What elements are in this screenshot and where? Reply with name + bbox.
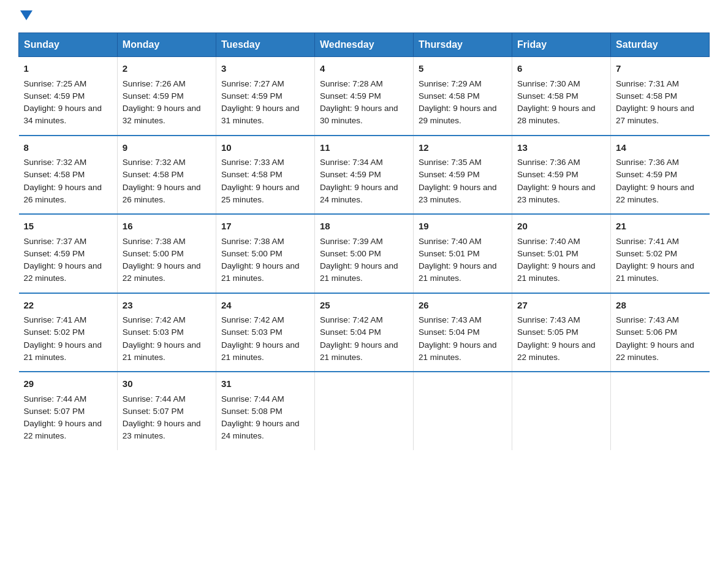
day-number: 28 bbox=[616, 299, 704, 313]
calendar-cell: 13Sunrise: 7:36 AMSunset: 4:59 PMDayligh… bbox=[512, 136, 611, 215]
sunrise-text: Sunrise: 7:38 AM bbox=[221, 237, 284, 246]
sunrise-text: Sunrise: 7:44 AM bbox=[123, 394, 186, 404]
sunset-text: Sunset: 4:59 PM bbox=[24, 249, 85, 258]
calendar-cell: 28Sunrise: 7:43 AMSunset: 5:06 PMDayligh… bbox=[611, 293, 710, 372]
calendar-cell: 20Sunrise: 7:40 AMSunset: 5:01 PMDayligh… bbox=[512, 214, 611, 293]
calendar-cell: 29Sunrise: 7:44 AMSunset: 5:07 PMDayligh… bbox=[19, 372, 118, 450]
calendar-cell: 15Sunrise: 7:37 AMSunset: 4:59 PMDayligh… bbox=[19, 214, 118, 293]
calendar-week-row: 8Sunrise: 7:32 AMSunset: 4:58 PMDaylight… bbox=[19, 136, 710, 215]
calendar-week-row: 15Sunrise: 7:37 AMSunset: 4:59 PMDayligh… bbox=[19, 214, 710, 293]
sunrise-text: Sunrise: 7:25 AM bbox=[24, 79, 87, 88]
sunrise-text: Sunrise: 7:32 AM bbox=[24, 158, 87, 167]
sunset-text: Sunset: 4:59 PM bbox=[616, 170, 677, 179]
sunset-text: Sunset: 5:01 PM bbox=[517, 249, 578, 258]
daylight-text: Daylight: 9 hours and 22 minutes. bbox=[616, 183, 694, 204]
sunrise-text: Sunrise: 7:42 AM bbox=[320, 315, 383, 324]
day-number: 8 bbox=[24, 141, 112, 155]
sunset-text: Sunset: 4:58 PM bbox=[24, 170, 85, 179]
daylight-text: Daylight: 9 hours and 21 minutes. bbox=[419, 261, 497, 283]
day-number: 23 bbox=[123, 299, 211, 313]
sunrise-text: Sunrise: 7:41 AM bbox=[24, 315, 87, 324]
calendar-cell: 3Sunrise: 7:27 AMSunset: 4:59 PMDaylight… bbox=[216, 57, 314, 136]
sunrise-text: Sunrise: 7:32 AM bbox=[123, 158, 186, 167]
day-number: 27 bbox=[517, 299, 605, 313]
daylight-text: Daylight: 9 hours and 31 minutes. bbox=[221, 104, 300, 125]
calendar-cell: 17Sunrise: 7:38 AMSunset: 5:00 PMDayligh… bbox=[216, 214, 314, 293]
logo bbox=[18, 12, 32, 20]
sunrise-text: Sunrise: 7:41 AM bbox=[616, 237, 679, 246]
daylight-text: Daylight: 9 hours and 21 minutes. bbox=[616, 261, 694, 283]
calendar-week-row: 29Sunrise: 7:44 AMSunset: 5:07 PMDayligh… bbox=[19, 372, 710, 450]
day-number: 30 bbox=[123, 377, 211, 391]
calendar-cell: 6Sunrise: 7:30 AMSunset: 4:58 PMDaylight… bbox=[512, 57, 611, 136]
daylight-text: Daylight: 9 hours and 30 minutes. bbox=[320, 104, 398, 125]
sunset-text: Sunset: 5:00 PM bbox=[123, 249, 184, 258]
calendar-cell: 23Sunrise: 7:42 AMSunset: 5:03 PMDayligh… bbox=[117, 293, 216, 372]
sunrise-text: Sunrise: 7:29 AM bbox=[419, 79, 482, 88]
sunset-text: Sunset: 4:59 PM bbox=[320, 91, 381, 101]
sunset-text: Sunset: 5:04 PM bbox=[320, 327, 381, 337]
header-monday: Monday bbox=[117, 33, 216, 57]
sunrise-text: Sunrise: 7:44 AM bbox=[221, 394, 284, 404]
sunset-text: Sunset: 4:58 PM bbox=[419, 91, 480, 101]
sunset-text: Sunset: 4:59 PM bbox=[517, 170, 578, 179]
calendar-header-row: SundayMondayTuesdayWednesdayThursdayFrid… bbox=[19, 33, 710, 57]
daylight-text: Daylight: 9 hours and 32 minutes. bbox=[123, 104, 201, 125]
daylight-text: Daylight: 9 hours and 21 minutes. bbox=[221, 261, 300, 283]
sunrise-text: Sunrise: 7:27 AM bbox=[221, 79, 284, 88]
day-number: 25 bbox=[320, 299, 408, 313]
calendar-cell: 1Sunrise: 7:25 AMSunset: 4:59 PMDaylight… bbox=[19, 57, 118, 136]
calendar-cell: 21Sunrise: 7:41 AMSunset: 5:02 PMDayligh… bbox=[611, 214, 710, 293]
day-number: 22 bbox=[24, 299, 112, 313]
sunset-text: Sunset: 4:59 PM bbox=[24, 91, 85, 101]
sunset-text: Sunset: 4:59 PM bbox=[320, 170, 381, 179]
daylight-text: Daylight: 9 hours and 21 minutes. bbox=[320, 340, 398, 362]
calendar-cell: 4Sunrise: 7:28 AMSunset: 4:59 PMDaylight… bbox=[314, 57, 413, 136]
calendar-cell bbox=[512, 372, 611, 450]
calendar-cell: 8Sunrise: 7:32 AMSunset: 4:58 PMDaylight… bbox=[19, 136, 118, 215]
header-saturday: Saturday bbox=[611, 33, 710, 57]
sunset-text: Sunset: 5:05 PM bbox=[517, 327, 578, 337]
header-wednesday: Wednesday bbox=[314, 33, 413, 57]
calendar-cell: 25Sunrise: 7:42 AMSunset: 5:04 PMDayligh… bbox=[314, 293, 413, 372]
day-number: 14 bbox=[616, 141, 704, 155]
sunrise-text: Sunrise: 7:43 AM bbox=[517, 315, 580, 324]
daylight-text: Daylight: 9 hours and 24 minutes. bbox=[221, 419, 300, 440]
sunrise-text: Sunrise: 7:40 AM bbox=[517, 237, 580, 246]
day-number: 18 bbox=[320, 220, 408, 234]
sunset-text: Sunset: 5:00 PM bbox=[221, 249, 282, 258]
sunrise-text: Sunrise: 7:34 AM bbox=[320, 158, 383, 167]
calendar-cell: 24Sunrise: 7:42 AMSunset: 5:03 PMDayligh… bbox=[216, 293, 314, 372]
daylight-text: Daylight: 9 hours and 25 minutes. bbox=[221, 183, 300, 204]
calendar-cell: 26Sunrise: 7:43 AMSunset: 5:04 PMDayligh… bbox=[414, 293, 512, 372]
logo-blue-text bbox=[18, 12, 32, 20]
calendar-week-row: 1Sunrise: 7:25 AMSunset: 4:59 PMDaylight… bbox=[19, 57, 710, 136]
calendar-cell bbox=[611, 372, 710, 450]
day-number: 26 bbox=[419, 299, 507, 313]
calendar-cell bbox=[414, 372, 512, 450]
day-number: 21 bbox=[616, 220, 704, 234]
calendar-cell: 30Sunrise: 7:44 AMSunset: 5:07 PMDayligh… bbox=[117, 372, 216, 450]
calendar-cell: 22Sunrise: 7:41 AMSunset: 5:02 PMDayligh… bbox=[19, 293, 118, 372]
calendar-week-row: 22Sunrise: 7:41 AMSunset: 5:02 PMDayligh… bbox=[19, 293, 710, 372]
day-number: 13 bbox=[517, 141, 605, 155]
day-number: 3 bbox=[221, 62, 309, 76]
sunset-text: Sunset: 5:00 PM bbox=[320, 249, 381, 258]
sunset-text: Sunset: 4:58 PM bbox=[221, 170, 282, 179]
sunrise-text: Sunrise: 7:38 AM bbox=[123, 237, 186, 246]
day-number: 19 bbox=[419, 220, 507, 234]
sunset-text: Sunset: 5:02 PM bbox=[616, 249, 677, 258]
calendar-cell: 11Sunrise: 7:34 AMSunset: 4:59 PMDayligh… bbox=[314, 136, 413, 215]
day-number: 15 bbox=[24, 220, 112, 234]
calendar-table: SundayMondayTuesdayWednesdayThursdayFrid… bbox=[18, 33, 710, 450]
daylight-text: Daylight: 9 hours and 21 minutes. bbox=[123, 340, 201, 362]
sunset-text: Sunset: 4:59 PM bbox=[221, 91, 282, 101]
sunset-text: Sunset: 5:04 PM bbox=[419, 327, 480, 337]
calendar-cell: 18Sunrise: 7:39 AMSunset: 5:00 PMDayligh… bbox=[314, 214, 413, 293]
calendar-cell: 14Sunrise: 7:36 AMSunset: 4:59 PMDayligh… bbox=[611, 136, 710, 215]
sunrise-text: Sunrise: 7:31 AM bbox=[616, 79, 679, 88]
calendar-cell: 31Sunrise: 7:44 AMSunset: 5:08 PMDayligh… bbox=[216, 372, 314, 450]
sunset-text: Sunset: 5:01 PM bbox=[419, 249, 480, 258]
day-number: 7 bbox=[616, 62, 704, 76]
day-number: 2 bbox=[123, 62, 211, 76]
